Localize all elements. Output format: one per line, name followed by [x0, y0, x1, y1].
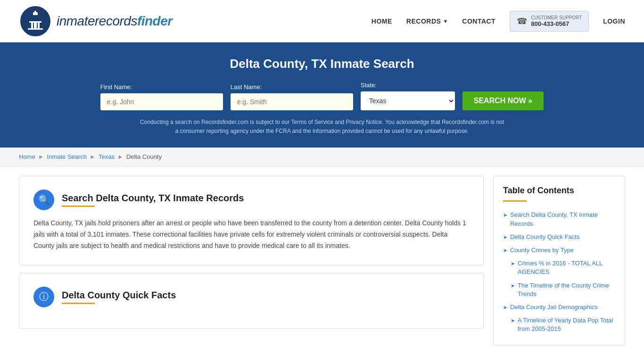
lastname-label: Last Name: — [231, 83, 262, 90]
search-hero: Delta County, TX Inmate Search First Nam… — [0, 42, 644, 148]
state-group: State: Texas Alabama Alaska California F… — [361, 82, 455, 110]
toc-chevron-4: ➤ — [511, 282, 515, 289]
nav-records[interactable]: RECORDS ▼ — [406, 17, 448, 25]
hero-title: Delta County, TX Inmate Search — [19, 57, 625, 71]
toc-chevron-1: ➤ — [503, 234, 507, 241]
breadcrumb-inmate-search[interactable]: Inmate Search — [47, 153, 87, 160]
search-section-title-block: Search Delta County, TX Inmate Records — [62, 193, 244, 207]
quick-facts-title-block: Delta County Quick Facts — [62, 290, 176, 304]
firstname-group: First Name: — [100, 83, 223, 110]
toc-items: ➤Search Delta County, TX Inmate Records➤… — [503, 208, 615, 336]
search-section-header: 🔍 Search Delta County, TX Inmate Records — [33, 189, 469, 210]
search-section-underline — [62, 206, 95, 207]
toc-item-3[interactable]: ➤Crimes % in 2016 - TOTAL ALL AGENCIES — [503, 257, 615, 279]
quick-facts-icon: ⓘ — [33, 287, 54, 307]
content-area: 🔍 Search Delta County, TX Inmate Records… — [19, 176, 484, 346]
search-button[interactable]: SEARCH NOW » — [462, 91, 544, 110]
quick-facts-section: ⓘ Delta County Quick Facts — [19, 273, 484, 329]
phone-icon: ☎ — [517, 16, 527, 26]
svg-rect-7 — [28, 28, 43, 30]
toc-chevron-0: ➤ — [503, 212, 507, 219]
quick-facts-underline — [62, 303, 95, 304]
logo-icon — [19, 5, 52, 38]
toc-divider — [503, 200, 527, 202]
toc-title: Table of Contents — [503, 186, 615, 196]
toc-item-4[interactable]: ➤The Timeline of the County Crime Trends — [503, 279, 615, 301]
toc-chevron-3: ➤ — [511, 260, 515, 267]
state-label: State: — [361, 82, 377, 89]
breadcrumb-home[interactable]: Home — [19, 153, 35, 160]
toc-chevron-2: ➤ — [503, 247, 507, 254]
toc-item-5[interactable]: ➤Delta County Jail Demographics — [503, 301, 615, 314]
quick-facts-header: ⓘ Delta County Quick Facts — [33, 287, 469, 307]
state-select[interactable]: Texas Alabama Alaska California Florida … — [361, 91, 455, 110]
toc-item-0[interactable]: ➤Search Delta County, TX Inmate Records — [503, 208, 615, 230]
quick-facts-title: Delta County Quick Facts — [62, 290, 176, 301]
disclaimer: Conducting a search on Recordsfinder.com… — [138, 118, 506, 136]
nav-login[interactable]: LOGIN — [603, 17, 625, 25]
table-of-contents: Table of Contents ➤Search Delta County, … — [493, 176, 625, 346]
search-section: 🔍 Search Delta County, TX Inmate Records… — [19, 176, 484, 265]
customer-support-button[interactable]: ☎ CUSTOMER SUPPORT 800-433-0567 — [510, 11, 589, 32]
breadcrumb-sep-2: ► — [90, 153, 96, 160]
breadcrumb-sep-1: ► — [38, 153, 44, 160]
lastname-input[interactable] — [231, 93, 353, 110]
search-form: First Name: Last Name: State: Texas Alab… — [19, 82, 625, 110]
svg-rect-3 — [29, 21, 41, 23]
firstname-label: First Name: — [100, 83, 132, 90]
nav: HOME RECORDS ▼ CONTACT ☎ CUSTOMER SUPPOR… — [372, 11, 625, 32]
info-icon: ⓘ — [39, 290, 49, 303]
sidebar: Table of Contents ➤Search Delta County, … — [493, 176, 625, 346]
search-section-icon: 🔍 — [33, 189, 54, 210]
chevron-down-icon: ▼ — [443, 18, 448, 24]
search-section-title: Search Delta County, TX Inmate Records — [62, 193, 244, 204]
svg-rect-6 — [38, 23, 40, 28]
logo-area: inmaterecordsfinder — [19, 5, 173, 38]
toc-item-1[interactable]: ➤Delta County Quick Facts — [503, 230, 615, 244]
search-section-body: Delta County, TX jails hold prisoners af… — [33, 218, 469, 251]
toc-item-6[interactable]: ➤A Timeline of Yearly Data Pop Total fro… — [503, 314, 615, 336]
toc-chevron-5: ➤ — [503, 304, 507, 311]
magnifier-icon: 🔍 — [38, 194, 50, 206]
customer-support-text: CUSTOMER SUPPORT 800-433-0567 — [531, 15, 582, 27]
svg-rect-5 — [34, 23, 37, 28]
breadcrumb-delta-county: Delta County — [126, 153, 162, 160]
logo-text: inmaterecordsfinder — [57, 14, 173, 29]
toc-chevron-6: ➤ — [511, 317, 515, 324]
nav-home[interactable]: HOME — [372, 17, 392, 25]
header: inmaterecordsfinder HOME RECORDS ▼ CONTA… — [0, 0, 644, 42]
lastname-group: Last Name: — [231, 83, 353, 110]
nav-contact[interactable]: CONTACT — [462, 17, 495, 25]
main-content: 🔍 Search Delta County, TX Inmate Records… — [0, 166, 644, 355]
breadcrumb: Home ► Inmate Search ► Texas ► Delta Cou… — [0, 148, 644, 166]
firstname-input[interactable] — [100, 93, 223, 110]
breadcrumb-sep-3: ► — [117, 153, 124, 160]
toc-item-2[interactable]: ➤County Crimes by Type — [503, 244, 615, 257]
breadcrumb-texas[interactable]: Texas — [99, 153, 115, 160]
svg-rect-4 — [31, 23, 33, 28]
